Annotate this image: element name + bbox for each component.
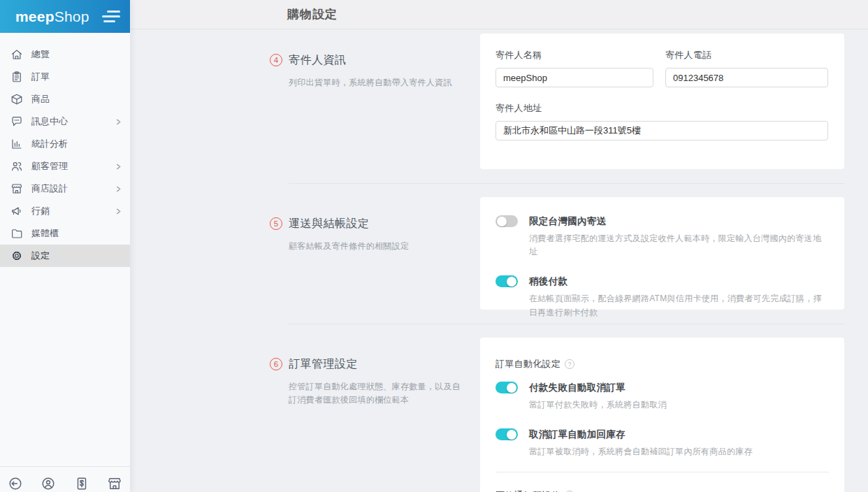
pay-later-toggle[interactable] <box>496 275 518 287</box>
sender-name-input[interactable] <box>496 68 653 87</box>
main-area: 購物設定 4 寄件人資訊 列印出貨單時，系統將自動帶入寄件人資訊 寄件人名稱 <box>130 0 868 492</box>
shipping-checkout-card: 限定台灣國內寄送 消費者選擇宅配的運送方式及設定收件人範本時，限定輸入台灣國內的… <box>480 197 844 310</box>
section-title: 訂單管理設定 <box>289 357 469 372</box>
sidebar-item-label: 商店設計 <box>31 182 68 195</box>
account-icon[interactable] <box>40 475 57 492</box>
section-sender-info: 4 寄件人資訊 列印出貨單時，系統將自動帶入寄件人資訊 寄件人名稱 寄件人電話 <box>130 34 868 169</box>
sidebar-item-label: 行銷 <box>31 205 50 217</box>
setting-label: 付款失敗自動取消訂單 <box>529 382 667 394</box>
section-divider <box>289 183 845 184</box>
sidebar-item-label: 訂單 <box>31 71 50 83</box>
setting-description: 在結帳頁面顯示，配合綠界網路ATM與信用卡使用，消費者可先完成訂購，擇日再進行刷… <box>529 292 829 319</box>
sidebar-bottom-toolbar <box>0 466 130 492</box>
sender-phone-label: 寄件人電話 <box>665 49 828 62</box>
sidebar-item-products[interactable]: 商品 <box>0 88 130 110</box>
storefront-icon[interactable] <box>106 475 123 492</box>
sidebar-item-overview[interactable]: 總覽 <box>0 43 130 66</box>
setting-row-restock: 取消訂單自動加回庫存 當訂單被取消時，系統將會自動補回訂單內所有商品的庫存 <box>496 428 829 458</box>
sidebar-item-message-center[interactable]: 訊息中心 <box>0 110 130 133</box>
help-icon[interactable]: ? <box>565 359 574 369</box>
section-subtitle: 控管訂單自動化處理狀態、庫存數量，以及自訂消費者匯款後回填的欄位範本 <box>289 380 469 406</box>
marketing-megaphone-icon <box>10 205 23 218</box>
page-title: 購物設定 <box>130 6 338 22</box>
media-folder-icon <box>10 227 23 240</box>
sender-info-card: 寄件人名稱 寄件人電話 寄件人地址 <box>480 34 844 169</box>
section-subtitle: 列印出貨單時，系統將自動帶入寄件人資訊 <box>289 76 469 89</box>
sidebar-header: meepShop <box>0 0 130 33</box>
sidebar-item-media-library[interactable]: 媒體櫃 <box>0 222 130 245</box>
chevron-right-icon <box>115 164 122 170</box>
order-automation-group: 訂單自動化設定 ? <box>496 358 829 370</box>
sidebar-item-label: 統計分析 <box>31 138 68 150</box>
order-management-card: 訂單自動化設定 ? 付款失敗自動取消訂單 當訂單付款失敗時，系統將自動取消 <box>480 338 844 492</box>
content: 4 寄件人資訊 列印出貨單時，系統將自動帶入寄件人資訊 寄件人名稱 寄件人電話 <box>130 29 868 492</box>
home-icon <box>10 48 23 62</box>
chevron-right-icon <box>115 208 122 215</box>
setting-row-pay-later: 稍後付款 在結帳頁面顯示，配合綠界網路ATM與信用卡使用，消費者可先完成訂購，擇… <box>496 275 829 319</box>
sidebar: meepShop 總覽 訂單 商品 <box>0 0 130 492</box>
chevron-right-icon <box>115 186 122 192</box>
section-divider <box>289 324 845 324</box>
remittance-group: 匯款通知預設值 ? <box>496 489 829 492</box>
setting-row-auto-cancel: 付款失敗自動取消訂單 當訂單付款失敗時，系統將自動取消 <box>496 382 829 412</box>
order-clipboard-icon <box>10 71 23 84</box>
sidebar-item-label: 媒體櫃 <box>31 227 59 240</box>
sender-name-label: 寄件人名稱 <box>496 49 653 62</box>
sidebar-item-analytics[interactable]: 統計分析 <box>0 133 130 155</box>
setting-label: 取消訂單自動加回庫存 <box>529 428 753 441</box>
stats-chart-icon <box>10 138 23 151</box>
logo-light: Shop <box>55 8 89 24</box>
sidebar-item-marketing[interactable]: 行銷 <box>0 200 130 222</box>
setting-label: 限定台灣國內寄送 <box>529 215 829 228</box>
section-title: 運送與結帳設定 <box>289 217 469 231</box>
logo-bold: meep <box>15 8 55 24</box>
section-heading: 5 運送與結帳設定 顧客結帳及寄件條件的相關設定 <box>130 197 480 310</box>
section-shipping-checkout: 5 運送與結帳設定 顧客結帳及寄件條件的相關設定 限定台灣國內寄送 消費者選擇宅… <box>130 197 868 310</box>
section-heading: 6 訂單管理設定 控管訂單自動化處理狀態、庫存數量，以及自訂消費者匯款後回填的欄… <box>130 338 480 492</box>
billing-icon[interactable] <box>73 475 90 492</box>
hamburger-menu-icon[interactable] <box>102 10 120 22</box>
group-label: 匯款通知預設值 <box>496 489 560 492</box>
meepshop-logo[interactable]: meepShop <box>15 8 89 25</box>
sender-address-input[interactable] <box>496 121 828 140</box>
card-divider <box>496 472 829 472</box>
sender-address-label: 寄件人地址 <box>496 102 829 115</box>
taiwan-only-toggle[interactable] <box>496 215 518 227</box>
setting-description: 消費者選擇宅配的運送方式及設定收件人範本時，限定輸入台灣國內的寄送地址 <box>529 232 829 259</box>
sidebar-item-label: 訊息中心 <box>31 115 68 128</box>
store-design-icon <box>10 182 23 196</box>
section-order-management: 6 訂單管理設定 控管訂單自動化處理狀態、庫存數量，以及自訂消費者匯款後回填的欄… <box>130 338 868 492</box>
sidebar-nav: 總覽 訂單 商品 訊息中心 <box>0 33 130 466</box>
step-number-badge: 6 <box>270 358 282 370</box>
chevron-right-icon <box>115 119 122 125</box>
step-number-badge: 5 <box>270 217 282 230</box>
sidebar-item-settings[interactable]: 設定 <box>0 245 130 267</box>
customers-people-icon <box>10 160 23 173</box>
sidebar-item-label: 顧客管理 <box>31 160 68 173</box>
logout-icon[interactable] <box>7 475 24 492</box>
sidebar-item-orders[interactable]: 訂單 <box>0 66 130 88</box>
setting-description: 當訂單被取消時，系統將會自動補回訂單內所有商品的庫存 <box>529 445 753 458</box>
sidebar-item-label: 設定 <box>31 249 50 262</box>
group-label: 訂單自動化設定 <box>496 358 560 370</box>
page-header: 購物設定 <box>130 0 868 29</box>
auto-cancel-toggle[interactable] <box>496 382 518 393</box>
settings-gear-icon <box>10 249 23 263</box>
sidebar-item-label: 商品 <box>31 93 50 106</box>
section-subtitle: 顧客結帳及寄件條件的相關設定 <box>289 240 469 253</box>
restock-toggle[interactable] <box>496 428 518 440</box>
section-title: 寄件人資訊 <box>289 53 469 68</box>
setting-label: 稍後付款 <box>529 275 829 288</box>
page: meepShop 總覽 訂單 商品 <box>0 0 868 492</box>
message-bubble-icon <box>10 115 23 129</box>
setting-description: 當訂單付款失敗時，系統將自動取消 <box>529 398 667 412</box>
sender-phone-input[interactable] <box>665 68 828 87</box>
sidebar-item-customers[interactable]: 顧客管理 <box>0 155 130 178</box>
step-number-badge: 4 <box>270 54 282 66</box>
setting-row-taiwan-only: 限定台灣國內寄送 消費者選擇宅配的運送方式及設定收件人範本時，限定輸入台灣國內的… <box>496 215 829 259</box>
sidebar-item-store-design[interactable]: 商店設計 <box>0 178 130 200</box>
sidebar-item-label: 總覽 <box>31 48 50 61</box>
product-box-icon <box>10 93 23 106</box>
section-heading: 4 寄件人資訊 列印出貨單時，系統將自動帶入寄件人資訊 <box>130 34 480 169</box>
